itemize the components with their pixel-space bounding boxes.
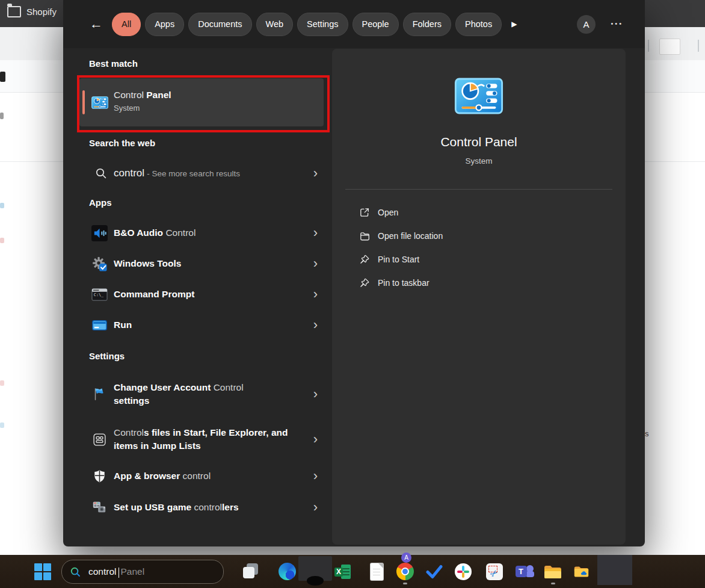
selection-accent-bar xyxy=(82,90,85,114)
detail-subtitle: System xyxy=(332,156,626,166)
result-command-prompt[interactable]: C:\_ Command Prompt › xyxy=(79,280,325,309)
taskbar-file-explorer[interactable] xyxy=(540,555,566,588)
result-windows-tools[interactable]: Windows Tools › xyxy=(79,249,325,278)
control-panel-icon xyxy=(91,94,108,111)
section-header-apps: Apps xyxy=(89,197,112,208)
filter-pill-documents[interactable]: Documents xyxy=(188,13,251,36)
result-detail-panel: Control Panel System Open Open file loca… xyxy=(332,49,626,545)
taskbar-window-slot[interactable] xyxy=(597,555,632,585)
result-jump-lists[interactable]: Controls files in Start, File Explorer, … xyxy=(79,419,325,460)
action-label: Open file location xyxy=(378,231,443,241)
file-explorer-icon xyxy=(544,564,562,580)
toolbar-divider xyxy=(698,40,699,52)
run-icon xyxy=(91,317,108,333)
filter-pill-settings[interactable]: Settings xyxy=(297,13,348,36)
onedrive-folder-icon xyxy=(573,564,590,579)
pin-icon xyxy=(359,277,370,288)
search-flyout: ← All Apps Documents Web Settings People… xyxy=(63,0,645,546)
filter-pill-web[interactable]: Web xyxy=(256,13,294,36)
ellipsis-menu-icon[interactable]: ••• xyxy=(611,20,623,27)
tab-group-folder-icon xyxy=(7,6,21,17)
windows-tools-icon xyxy=(91,255,108,272)
snipping-tool-icon: ✂ xyxy=(486,563,503,580)
action-open[interactable]: Open xyxy=(332,200,626,224)
result-uac-settings[interactable]: Change User Account Control settings › xyxy=(79,373,325,415)
todo-check-icon xyxy=(426,565,443,579)
result-usb-game-controllers[interactable]: Set up USB game controllers › xyxy=(79,494,325,521)
result-label: Run xyxy=(114,318,132,332)
uac-flag-icon xyxy=(91,386,108,403)
result-label: Change User Account Control settings xyxy=(114,381,275,407)
tab-group-shopify[interactable]: Shopify xyxy=(7,6,57,17)
taskbar-teams[interactable]: T xyxy=(511,555,538,588)
best-match-title: Control Panel xyxy=(114,90,171,101)
result-bo-audio-control[interactable]: B&O Audio Control › xyxy=(79,218,325,247)
result-app-browser-control[interactable]: App & browser control › xyxy=(79,462,325,490)
toolbar-divider xyxy=(648,40,649,52)
page-fragment xyxy=(0,380,4,386)
excel-icon: X xyxy=(334,563,351,580)
filter-pill-apps[interactable]: Apps xyxy=(145,13,184,36)
page-divider xyxy=(0,161,63,162)
back-arrow-icon[interactable]: ← xyxy=(90,17,103,31)
section-header-best-match: Best match xyxy=(89,58,138,69)
running-indicator xyxy=(551,583,555,584)
result-label: Controls files in Start, File Explorer, … xyxy=(114,426,306,452)
chevron-right-icon[interactable]: › xyxy=(313,388,318,401)
filter-pill-people[interactable]: People xyxy=(352,13,399,36)
user-avatar[interactable]: A xyxy=(577,15,596,34)
chevron-right-icon[interactable]: › xyxy=(313,226,318,240)
taskbar-chrome[interactable]: A xyxy=(392,555,418,588)
filter-pill-folders[interactable]: Folders xyxy=(403,13,451,36)
taskbar-slack[interactable] xyxy=(450,555,476,588)
action-label: Pin to Start xyxy=(378,255,419,264)
task-view-button[interactable] xyxy=(241,555,267,588)
filter-pills: All Apps Documents Web Settings People F… xyxy=(112,13,502,36)
filter-pill-photos[interactable]: Photos xyxy=(455,13,502,36)
taskbar-excel[interactable]: X xyxy=(331,555,355,588)
web-search-result[interactable]: control - See more search results › xyxy=(79,158,325,189)
section-header-settings: Settings xyxy=(89,351,125,361)
page-fragment xyxy=(0,203,4,208)
taskbar-onedrive-folder[interactable] xyxy=(568,555,594,588)
best-match-subtitle: System xyxy=(114,104,140,113)
action-open-file-location[interactable]: Open file location xyxy=(332,224,626,247)
result-label: App & browser control xyxy=(114,469,211,483)
best-match-result-control-panel[interactable]: Control Panel System xyxy=(79,78,324,126)
page-fragment xyxy=(0,72,5,82)
control-panel-icon-large xyxy=(454,78,503,117)
page-fragment xyxy=(0,422,4,428)
jump-lists-icon xyxy=(91,431,108,448)
taskbar-snipping-tool[interactable]: ✂ xyxy=(481,555,508,588)
taskbar-app-window[interactable] xyxy=(298,556,332,581)
action-pin-to-start[interactable]: Pin to Start xyxy=(332,247,626,271)
result-label: Command Prompt xyxy=(114,288,194,301)
taskbar-notepad[interactable] xyxy=(365,555,389,588)
chevron-right-icon[interactable]: › xyxy=(313,318,318,332)
result-label: Set up USB game controllers xyxy=(114,501,239,514)
chevron-right-icon[interactable]: › xyxy=(313,167,318,180)
chrome-icon xyxy=(396,563,414,580)
command-prompt-icon: C:\_ xyxy=(91,286,108,303)
taskbar-search-box[interactable]: controlPanel xyxy=(61,560,224,584)
tab-group-label: Shopify xyxy=(26,7,57,17)
chevron-right-icon[interactable]: › xyxy=(313,433,318,446)
start-button[interactable] xyxy=(28,555,57,588)
chevron-right-icon[interactable]: › xyxy=(313,469,318,483)
taskbar-todo[interactable] xyxy=(421,555,448,588)
page-fragment xyxy=(0,113,4,119)
bo-audio-icon xyxy=(91,224,108,241)
result-run[interactable]: Run › xyxy=(79,311,325,339)
chevron-right-icon[interactable]: › xyxy=(313,501,318,514)
search-icon xyxy=(93,165,109,182)
page-fragment xyxy=(0,238,4,243)
taskbar-edge[interactable] xyxy=(274,555,300,588)
more-filters-icon[interactable]: ▶ xyxy=(511,20,517,28)
folder-icon xyxy=(359,231,370,241)
chevron-right-icon[interactable]: › xyxy=(313,257,318,270)
filter-pill-all[interactable]: All xyxy=(112,13,141,36)
result-label: Windows Tools xyxy=(114,257,181,270)
chevron-right-icon[interactable]: › xyxy=(313,288,318,301)
toolbar-element xyxy=(659,39,680,55)
action-pin-to-taskbar[interactable]: Pin to taskbar xyxy=(332,271,626,294)
